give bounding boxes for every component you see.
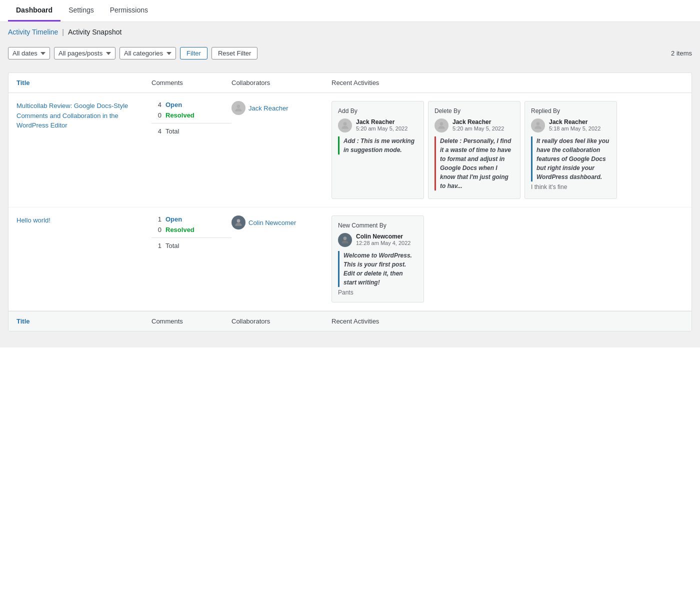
- table-row: Multicollab Review: Google Docs-Style Co…: [8, 93, 692, 208]
- footer-collaborators: Collaborators: [232, 318, 332, 325]
- pages-filter[interactable]: All pages/posts: [54, 47, 116, 60]
- activity-footer-colin: Pants: [338, 289, 418, 296]
- tab-dashboard[interactable]: Dashboard: [8, 0, 60, 22]
- activity-userinfo-delete: Jack Reacher 5:20 am May 5, 2022: [452, 118, 504, 132]
- filter-bar: All dates All pages/posts All categories…: [0, 42, 700, 64]
- resolved-comments: 0 Resolved: [152, 112, 232, 119]
- activity-text-delete: Delete : Personally, I find it a waste o…: [434, 136, 514, 190]
- resolved-comments-2: 0 Resolved: [152, 226, 232, 234]
- total-count-2: 1: [152, 242, 162, 250]
- tab-settings[interactable]: Settings: [60, 0, 102, 22]
- header-comments: Comments: [152, 79, 232, 86]
- items-count: 2 items: [671, 50, 692, 57]
- sub-nav-separator: |: [62, 28, 64, 36]
- total-count: 4: [152, 128, 162, 135]
- activities-cell-1: Add By Jack Reacher 5:20 am May 5, 2022 …: [332, 101, 684, 199]
- resolved-count: 0: [152, 112, 162, 119]
- activity-userinfo-add: Jack Reacher 5:20 am May 5, 2022: [356, 118, 408, 132]
- activity-time-delete: 5:20 am May 5, 2022: [452, 126, 504, 132]
- open-count-2: 1: [152, 216, 162, 223]
- comment-divider-2: [152, 238, 232, 238]
- svg-point-0: [237, 104, 240, 108]
- footer-title: Title: [16, 318, 152, 325]
- activities-cell-2: New Comment By Colin Newcomer 12:28 am M…: [332, 216, 684, 302]
- svg-point-4: [237, 219, 240, 222]
- footer-comments: Comments: [152, 318, 232, 325]
- activity-avatar-colin: [338, 233, 352, 247]
- activity-card-new-comment: New Comment By Colin Newcomer 12:28 am M…: [332, 216, 424, 302]
- collaborator-name-colin[interactable]: Colin Newcomer: [248, 219, 296, 226]
- activity-userinfo-colin: Colin Newcomer 12:28 am May 4, 2022: [356, 233, 410, 246]
- activity-username-replied: Jack Reacher: [549, 118, 600, 126]
- activity-timeline-link[interactable]: Activity Timeline: [8, 28, 58, 36]
- activity-user-add: Jack Reacher 5:20 am May 5, 2022: [338, 118, 418, 132]
- post-title-link-2[interactable]: Hello world!: [16, 216, 50, 224]
- activity-time-replied: 5:18 am May 5, 2022: [549, 126, 600, 132]
- activity-text-colin: Welcome to WordPress. This is your first…: [338, 251, 418, 287]
- activity-type-new-comment: New Comment By: [338, 222, 418, 229]
- top-navigation: Dashboard Settings Permissions: [0, 0, 700, 22]
- comments-cell-1: 4 Open 0 Resolved 4 Total: [152, 101, 232, 135]
- open-comments: 4 Open: [152, 101, 232, 108]
- total-comments-2: 1 Total: [152, 242, 232, 250]
- table-footer: Title Comments Collaborators Recent Acti…: [8, 311, 692, 331]
- activity-card-replied: Replied By Jack Reacher 5:18 am May 5, 2…: [524, 101, 617, 199]
- activity-user-replied: Jack Reacher 5:18 am May 5, 2022: [531, 118, 610, 132]
- svg-point-2: [440, 122, 444, 126]
- footer-recent-activities: Recent Activities: [332, 318, 684, 325]
- activity-username-add: Jack Reacher: [356, 118, 408, 126]
- total-label: Total: [166, 128, 179, 135]
- filter-button[interactable]: Filter: [180, 47, 208, 60]
- activity-text-add: Add : This is me working in suggestion m…: [338, 136, 418, 154]
- open-label[interactable]: Open: [166, 101, 182, 108]
- total-comments: 4 Total: [152, 128, 232, 135]
- comment-divider: [152, 123, 232, 124]
- header-title: Title: [16, 79, 152, 86]
- activity-text-replied: It really does feel like you have the co…: [531, 136, 610, 182]
- open-count: 4: [152, 101, 162, 108]
- activity-avatar-replied: [531, 118, 545, 132]
- comments-cell-2: 1 Open 0 Resolved 1 Total: [152, 216, 232, 250]
- sub-navigation: Activity Timeline | Activity Snapshot: [0, 22, 700, 42]
- dates-filter[interactable]: All dates: [8, 47, 50, 60]
- activity-username-delete: Jack Reacher: [452, 118, 504, 126]
- table-row-2: Hello world! 1 Open 0 Resolved 1 Total: [8, 208, 692, 311]
- svg-point-1: [344, 122, 347, 126]
- tab-permissions[interactable]: Permissions: [102, 0, 156, 22]
- table-header: Title Comments Collaborators Recent Acti…: [8, 73, 692, 93]
- activity-type-add: Add By: [338, 108, 418, 114]
- activity-type-delete: Delete By: [434, 108, 514, 114]
- activity-table: Title Comments Collaborators Recent Acti…: [8, 72, 692, 332]
- post-title-cell: Multicollab Review: Google Docs-Style Co…: [16, 101, 152, 130]
- activity-card-delete: Delete By Jack Reacher 5:20 am May 5, 20…: [428, 101, 520, 199]
- open-comments-2: 1 Open: [152, 216, 232, 223]
- collaborator-name-1[interactable]: Jack Reacher: [248, 104, 288, 112]
- main-content: Title Comments Collaborators Recent Acti…: [0, 64, 700, 348]
- activity-type-replied: Replied By: [531, 108, 610, 114]
- activity-avatar-add: [338, 118, 352, 132]
- resolved-label: Resolved: [166, 112, 194, 119]
- activity-username-colin: Colin Newcomer: [356, 233, 410, 240]
- collaborators-cell-2: Colin Newcomer: [232, 216, 332, 230]
- activity-userinfo-replied: Jack Reacher 5:18 am May 5, 2022: [549, 118, 600, 132]
- reset-filter-button[interactable]: Reset Filter: [212, 47, 258, 60]
- activity-avatar-delete: [434, 118, 448, 132]
- svg-point-3: [536, 122, 540, 126]
- activity-footer-replied: I think it's fine: [531, 184, 610, 190]
- collaborator-avatar-1: [232, 101, 246, 115]
- activity-card-add: Add By Jack Reacher 5:20 am May 5, 2022 …: [332, 101, 424, 199]
- open-label-2[interactable]: Open: [166, 216, 182, 223]
- total-label-2: Total: [166, 242, 179, 250]
- activity-time-add: 5:20 am May 5, 2022: [356, 126, 408, 132]
- categories-filter[interactable]: All categories: [120, 47, 176, 60]
- header-collaborators: Collaborators: [232, 79, 332, 86]
- collaborator-avatar-colin: [232, 216, 246, 230]
- activity-time-colin: 12:28 am May 4, 2022: [356, 240, 410, 246]
- svg-point-5: [344, 236, 347, 240]
- resolved-count-2: 0: [152, 226, 162, 234]
- post-title-cell-2: Hello world!: [16, 216, 152, 226]
- post-title-link-1[interactable]: Multicollab Review: Google Docs-Style Co…: [16, 102, 128, 129]
- header-recent-activities: Recent Activities: [332, 79, 684, 86]
- resolved-label-2: Resolved: [166, 226, 194, 234]
- collaborators-cell-1: Jack Reacher: [232, 101, 332, 115]
